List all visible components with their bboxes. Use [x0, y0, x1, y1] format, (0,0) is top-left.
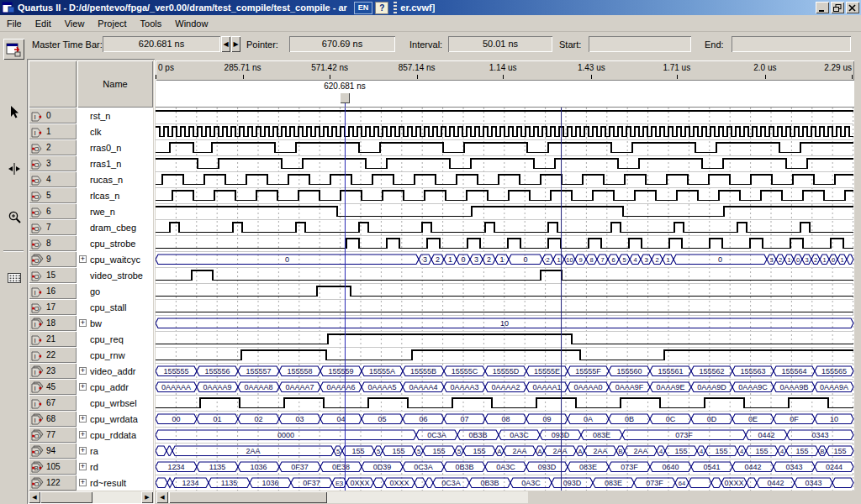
- expand-icon[interactable]: +: [79, 319, 87, 327]
- signal-row-rst_n[interactable]: I0rst_n: [29, 108, 153, 123]
- signal-row-rras0_n[interactable]: O2rras0_n: [29, 139, 153, 155]
- menu-window[interactable]: Window: [168, 17, 214, 30]
- signal-handle-7[interactable]: O7: [29, 219, 77, 235]
- snap-grid-icon[interactable]: [3, 267, 24, 288]
- signal-name-cell[interactable]: rwe_n: [77, 203, 153, 219]
- signal-handle-45[interactable]: I45: [29, 379, 77, 395]
- signal-handle-3[interactable]: O3: [29, 155, 77, 171]
- signal-row-video_addr[interactable]: I23+video_addr: [29, 363, 153, 379]
- signal-name-cell[interactable]: +cpu_rddata: [77, 427, 153, 443]
- signal-handle-1[interactable]: I1: [29, 123, 77, 139]
- signal-row-cpu_rddata[interactable]: O77+cpu_rddata: [29, 427, 153, 443]
- selection-tool-icon[interactable]: [3, 101, 24, 122]
- menu-edit[interactable]: Edit: [29, 17, 58, 30]
- waveform-canvas[interactable]: 0321032102110987654321032103210110155555…: [156, 108, 854, 491]
- expand-icon[interactable]: +: [79, 367, 87, 375]
- expand-icon[interactable]: +: [79, 447, 87, 454]
- signal-row-rd~result[interactable]: O122+rd~result: [29, 475, 153, 491]
- signal-row-cpu_strobe[interactable]: O8cpu_strobe: [29, 235, 153, 251]
- signal-name-cell[interactable]: +ra: [77, 443, 153, 459]
- scroll-right-icon[interactable]: ▶: [141, 491, 153, 503]
- scroll-left-icon[interactable]: ◀: [156, 491, 168, 503]
- signal-row-rucas_n[interactable]: O4rucas_n: [29, 171, 153, 187]
- signal-handle-9[interactable]: O9: [29, 251, 77, 267]
- waveform-scroll-thumb[interactable]: [169, 491, 327, 503]
- signal-name-cell[interactable]: +rd: [77, 459, 153, 475]
- signal-handle-4[interactable]: O4: [29, 171, 77, 187]
- signal-row-cpu_rnw[interactable]: I22cpu_rnw: [29, 347, 153, 363]
- restore-button[interactable]: [831, 2, 844, 13]
- signal-handle-5[interactable]: O5: [29, 187, 77, 203]
- signal-row-clk[interactable]: I1clk: [29, 123, 153, 139]
- master-time-next-button[interactable]: ▶: [231, 36, 240, 52]
- master-time-bar-field[interactable]: 620.681 ns: [103, 36, 220, 52]
- signal-name-cell[interactable]: dram_cbeg: [77, 219, 153, 235]
- signal-handle-67[interactable]: I67: [29, 395, 77, 411]
- signal-handle-77[interactable]: O77: [29, 427, 77, 443]
- signal-handle-16[interactable]: I16: [29, 283, 77, 299]
- signal-name-cell[interactable]: cpu_wrbsel: [77, 395, 153, 411]
- signal-row-go[interactable]: I16go: [29, 283, 153, 299]
- expand-icon[interactable]: +: [79, 383, 87, 391]
- expand-icon[interactable]: +: [79, 415, 87, 423]
- signal-handle-122[interactable]: O122: [29, 475, 77, 491]
- signal-handle-18[interactable]: I18: [29, 315, 77, 331]
- language-indicator-badge[interactable]: EN: [354, 2, 373, 14]
- name-panel-hscrollbar[interactable]: ◀ ▶: [29, 491, 153, 503]
- scroll-left-icon[interactable]: ◀: [29, 491, 40, 503]
- start-field[interactable]: [589, 36, 691, 52]
- name-scroll-thumb[interactable]: [40, 491, 92, 503]
- signal-handle-23[interactable]: I23: [29, 363, 77, 379]
- expand-icon[interactable]: +: [79, 431, 87, 438]
- menu-file[interactable]: File: [0, 17, 29, 30]
- menu-view[interactable]: View: [58, 17, 92, 30]
- signal-row-cpu_stall[interactable]: O17cpu_stall: [29, 299, 153, 315]
- zoom-tool-icon[interactable]: [3, 207, 24, 228]
- expand-icon[interactable]: +: [79, 479, 87, 486]
- signal-row-rlcas_n[interactable]: O5rlcas_n: [29, 187, 153, 203]
- end-field[interactable]: [732, 36, 851, 52]
- signal-row-rwe_n[interactable]: O6rwe_n: [29, 203, 153, 219]
- close-button[interactable]: [846, 2, 859, 13]
- signal-name-cell[interactable]: video_strobe: [77, 267, 153, 283]
- expand-icon[interactable]: +: [79, 463, 87, 470]
- signal-row-dram_cbeg[interactable]: O7dram_cbeg: [29, 219, 153, 235]
- menu-project[interactable]: Project: [91, 17, 133, 30]
- signal-handle-105[interactable]: B105: [29, 459, 77, 475]
- signal-handle-17[interactable]: O17: [29, 299, 77, 315]
- menu-tools[interactable]: Tools: [134, 17, 169, 30]
- signal-row-cpu_wrbsel[interactable]: I67cpu_wrbsel: [29, 395, 153, 411]
- waveform-area[interactable]: 0321032102110987654321032103210110155555…: [156, 108, 854, 491]
- master-time-bar-strip[interactable]: 620.681 ns: [156, 81, 854, 108]
- signal-row-cpu_addr[interactable]: I45+cpu_addr: [29, 379, 153, 395]
- signal-name-cell[interactable]: +cpu_waitcyc: [77, 251, 153, 267]
- signal-handle-8[interactable]: O8: [29, 235, 77, 251]
- signal-handle-15[interactable]: O15: [29, 267, 77, 283]
- signal-handle-6[interactable]: O6: [29, 203, 77, 219]
- master-time-bar-handle[interactable]: [340, 92, 350, 103]
- expand-icon[interactable]: +: [79, 255, 87, 263]
- signal-row-cpu_wrdata[interactable]: I68+cpu_wrdata: [29, 411, 153, 427]
- signal-handle-22[interactable]: I22: [29, 347, 77, 363]
- signal-handle-2[interactable]: O2: [29, 139, 77, 155]
- signal-name-cell[interactable]: rras0_n: [77, 139, 153, 155]
- title-bar[interactable]: Quartus II - D:/d/pentevo/fpga/_ver0.00/…: [0, 0, 861, 15]
- waveform-hscrollbar[interactable]: ◀: [156, 491, 528, 503]
- signal-row-ra[interactable]: O94+ra: [29, 443, 153, 459]
- signal-name-cell[interactable]: cpu_rnw: [77, 347, 153, 363]
- signal-name-cell[interactable]: +video_addr: [77, 363, 153, 379]
- master-time-prev-button[interactable]: ◀: [221, 36, 230, 52]
- signal-row-cpu_req[interactable]: I21cpu_req: [29, 331, 153, 347]
- timeline-ruler[interactable]: 0 ps285.71 ns571.42 ns857.14 ns1.14 us1.…: [156, 60, 854, 81]
- signal-row-bw[interactable]: I18+bw: [29, 315, 153, 331]
- signal-name-cell[interactable]: +rd~result: [77, 475, 153, 491]
- signal-row-rras1_n[interactable]: O3rras1_n: [29, 155, 153, 171]
- signal-name-cell[interactable]: +cpu_wrdata: [77, 411, 153, 427]
- language-bar-grip-icon[interactable]: [394, 2, 397, 13]
- signal-name-cell[interactable]: rucas_n: [77, 171, 153, 187]
- signal-name-cell[interactable]: rlcas_n: [77, 187, 153, 203]
- signal-row-cpu_waitcyc[interactable]: O9+cpu_waitcyc: [29, 251, 153, 267]
- signal-row-video_strobe[interactable]: O15video_strobe: [29, 267, 153, 283]
- signal-handle-0[interactable]: I0: [29, 108, 77, 123]
- signal-name-cell[interactable]: +bw: [77, 315, 153, 331]
